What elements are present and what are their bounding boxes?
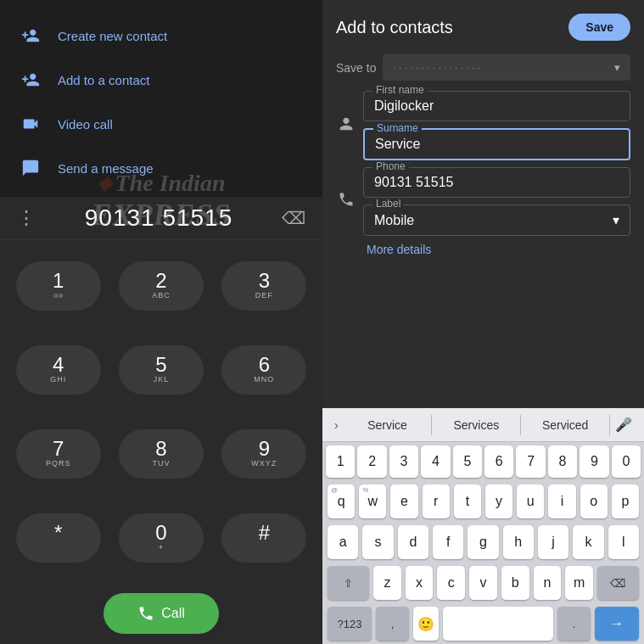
- kb-shift[interactable]: ⇧: [328, 566, 369, 600]
- phone-fields: Phone Label Mobile ▾: [363, 167, 630, 236]
- menu-label-video: Video call: [58, 117, 113, 132]
- key-4[interactable]: 4 GHI: [16, 345, 101, 395]
- key-star[interactable]: *: [16, 513, 101, 563]
- menu-item-add-contact[interactable]: Add to a contact: [0, 58, 322, 102]
- kb-g[interactable]: g: [468, 525, 498, 559]
- dialer: ⋮ 90131 51515 ⌫ 1 ⌾⌾ 2 ABC 3 DEF: [0, 197, 322, 644]
- backspace-button[interactable]: ⌫: [278, 204, 309, 232]
- kb-backspace[interactable]: ⌫: [597, 566, 639, 600]
- kb-o[interactable]: o: [580, 484, 608, 518]
- kb-k[interactable]: k: [573, 525, 603, 559]
- kb-b[interactable]: b: [501, 566, 529, 600]
- suggestion-2[interactable]: Services: [432, 415, 521, 435]
- first-name-field[interactable]: First name: [363, 91, 630, 121]
- num-key-2[interactable]: 2: [357, 445, 386, 478]
- account-value: ················: [393, 61, 483, 74]
- person-add-icon-2: [20, 70, 41, 90]
- number-row: 1 2 3 4 5 6 7 8 9 0: [322, 442, 644, 481]
- phone-label: Phone: [372, 160, 409, 172]
- dialer-menu-button[interactable]: ⋮: [14, 204, 39, 232]
- kb-y[interactable]: y: [485, 484, 512, 518]
- kb-period[interactable]: .: [557, 607, 591, 641]
- kb-s[interactable]: s: [362, 525, 393, 559]
- kb-v[interactable]: v: [469, 566, 497, 600]
- call-row: Call: [0, 586, 322, 644]
- kb-p[interactable]: p: [612, 484, 639, 518]
- label-field-label: Label: [372, 198, 404, 210]
- kb-row-z: ⇧ z x c v b n m ⌫: [322, 563, 644, 603]
- key-7[interactable]: 7 PQRS: [16, 429, 101, 479]
- num-key-6[interactable]: 6: [484, 445, 513, 478]
- kb-emoji[interactable]: 🙂: [413, 607, 439, 641]
- kb-num-switch[interactable]: ?123: [328, 607, 372, 641]
- message-icon: [20, 158, 41, 178]
- key-5[interactable]: 5 JKL: [119, 345, 204, 395]
- right-panel: Add to contacts Save Save to ···········…: [322, 0, 644, 644]
- num-key-7[interactable]: 7: [516, 445, 545, 478]
- surname-label: Surname: [373, 122, 422, 134]
- key-2[interactable]: 2 ABC: [119, 261, 204, 311]
- menu-item-video-call[interactable]: Video call: [0, 102, 322, 146]
- key-3[interactable]: 3 DEF: [221, 261, 306, 311]
- keypad-row-1: 1 ⌾⌾ 2 ABC 3 DEF: [7, 244, 316, 328]
- num-key-3[interactable]: 3: [389, 445, 418, 478]
- num-key-0[interactable]: 0: [612, 445, 641, 478]
- key-6[interactable]: 6 MNO: [221, 345, 306, 395]
- chevron-down-icon: ▾: [614, 61, 620, 74]
- kb-d[interactable]: d: [398, 525, 428, 559]
- kb-t[interactable]: t: [454, 484, 481, 518]
- key-hash[interactable]: #: [221, 513, 306, 563]
- suggestion-1[interactable]: Service: [344, 415, 433, 435]
- label-select[interactable]: Label Mobile ▾: [363, 204, 630, 236]
- form-fields-row: First name Surname: [322, 91, 644, 160]
- kb-f[interactable]: f: [433, 525, 463, 559]
- key-0[interactable]: 0 +: [119, 513, 204, 563]
- kb-comma[interactable]: ,: [376, 607, 409, 641]
- num-key-1[interactable]: 1: [326, 445, 355, 478]
- phone-input[interactable]: [374, 175, 619, 190]
- kb-w[interactable]: %w: [359, 484, 386, 518]
- key-8[interactable]: 8 TUV: [119, 429, 204, 479]
- kb-z[interactable]: z: [373, 566, 401, 600]
- watermark-line2: EXPRESS: [91, 197, 231, 232]
- kb-l[interactable]: l: [608, 525, 639, 559]
- suggestion-3[interactable]: Serviced: [521, 415, 610, 435]
- more-details-button[interactable]: More details: [322, 236, 644, 260]
- kb-r[interactable]: r: [423, 484, 450, 518]
- person-add-icon: [20, 25, 41, 46]
- kb-enter[interactable]: →: [595, 607, 639, 641]
- suggestion-expand-icon[interactable]: ›: [329, 415, 344, 435]
- kb-m[interactable]: m: [565, 566, 593, 600]
- phone-field[interactable]: Phone: [363, 167, 630, 198]
- kb-u[interactable]: u: [517, 484, 544, 518]
- kb-a[interactable]: a: [328, 525, 358, 559]
- label-dropdown-icon: ▾: [613, 212, 619, 228]
- kb-space[interactable]: [443, 607, 553, 641]
- save-button[interactable]: Save: [568, 14, 630, 41]
- call-label: Call: [161, 606, 185, 621]
- kb-e[interactable]: e: [390, 484, 417, 518]
- kb-i[interactable]: i: [548, 484, 575, 518]
- kb-j[interactable]: j: [538, 525, 568, 559]
- num-key-9[interactable]: 9: [580, 445, 608, 478]
- key-1[interactable]: 1 ⌾⌾: [16, 261, 101, 311]
- surname-field[interactable]: Surname: [363, 128, 630, 160]
- kb-n[interactable]: n: [534, 566, 562, 600]
- kb-q[interactable]: @q: [328, 484, 355, 518]
- mic-icon[interactable]: 🎤: [610, 413, 637, 436]
- kb-h[interactable]: h: [503, 525, 534, 559]
- menu-item-create-contact[interactable]: Create new contact: [0, 14, 322, 58]
- account-dropdown[interactable]: ················ ▾: [383, 54, 630, 81]
- num-key-4[interactable]: 4: [421, 445, 450, 478]
- add-contacts-header: Add to contacts Save: [322, 0, 644, 51]
- first-name-input[interactable]: [374, 98, 619, 114]
- surname-input[interactable]: [375, 137, 619, 152]
- kb-x[interactable]: x: [406, 566, 434, 600]
- kb-c[interactable]: c: [437, 566, 465, 600]
- num-key-8[interactable]: 8: [548, 445, 577, 478]
- num-key-5[interactable]: 5: [453, 445, 482, 478]
- key-9[interactable]: 9 WXYZ: [221, 429, 306, 479]
- watermark: ◆ The Indian EXPRESS: [91, 170, 231, 232]
- video-icon: [20, 114, 41, 134]
- call-button[interactable]: Call: [104, 593, 219, 634]
